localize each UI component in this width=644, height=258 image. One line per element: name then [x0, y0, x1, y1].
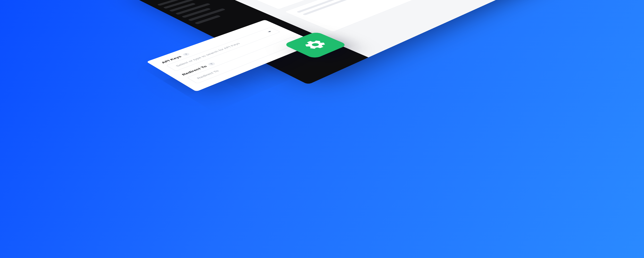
sidebar-item[interactable]: [181, 8, 211, 18]
help-icon[interactable]: ?: [182, 52, 191, 56]
sidebar-item[interactable]: [169, 3, 196, 12]
sidebar-item[interactable]: [157, 0, 189, 6]
form-panel: [236, 0, 402, 9]
sidebar-item[interactable]: [163, 0, 201, 9]
form-panel: [284, 0, 456, 32]
sidebar-item[interactable]: [188, 8, 226, 21]
sidebar-nav: [157, 0, 245, 24]
help-icon[interactable]: ?: [207, 62, 216, 66]
input-placeholder: Redirect To: [196, 69, 219, 79]
sidebar-item[interactable]: [194, 15, 221, 24]
sidebar-item[interactable]: [175, 3, 211, 15]
